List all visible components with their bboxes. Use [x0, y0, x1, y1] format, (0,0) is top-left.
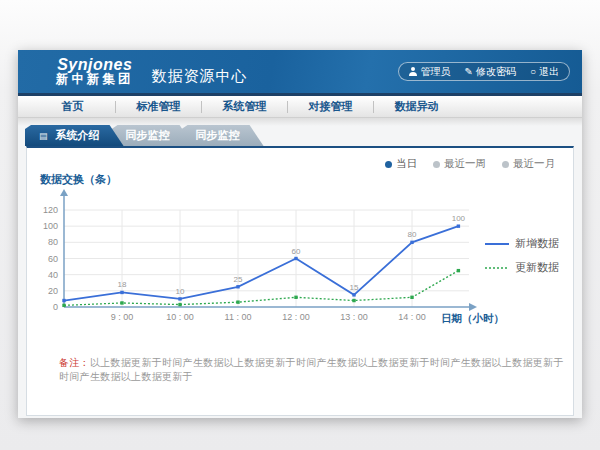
- tab-label: 同步监控: [126, 129, 170, 141]
- nav-item-system-mgmt[interactable]: 系统管理: [202, 99, 287, 114]
- svg-text:14 : 00: 14 : 00: [398, 312, 426, 322]
- radio-label: 最近一月: [513, 157, 555, 171]
- svg-text:10 : 00: 10 : 00: [166, 312, 194, 322]
- app-window: Synjones 新中新集团 数据资源中心 管理员 ✎ 修改密码 ○ 退出: [18, 50, 582, 418]
- svg-text:80: 80: [48, 237, 58, 247]
- footnote-prefix: 备注：: [59, 357, 90, 368]
- svg-text:0: 0: [53, 302, 58, 312]
- legend-line-sample: [485, 264, 509, 272]
- tab-bar: ▤ 系统介绍 同步监控 同步监控: [25, 125, 582, 146]
- svg-text:9 : 00: 9 : 00: [111, 312, 134, 322]
- radio-unselected-icon: [502, 161, 509, 168]
- chart-panel: 当日 最近一周 最近一月 数据交换（条） 0204060801001209 : …: [26, 146, 574, 416]
- svg-text:25: 25: [234, 275, 243, 284]
- nav-item-home[interactable]: 首页: [30, 99, 115, 114]
- svg-text:11 : 00: 11 : 00: [225, 312, 252, 322]
- brand-logo-text: Synjones: [56, 57, 134, 74]
- svg-text:60: 60: [48, 254, 58, 264]
- footnote-text: 以上数据更新于时间产生数据以上数据更新于时间产生数据以上数据更新于时间产生数据以…: [59, 357, 564, 382]
- tab-sync-monitor-2[interactable]: 同步监控: [182, 125, 264, 146]
- svg-text:120: 120: [43, 205, 58, 215]
- tab-label: 同步监控: [196, 129, 240, 141]
- current-user-label: 管理员: [421, 65, 451, 79]
- svg-text:18: 18: [118, 280, 127, 289]
- svg-text:40: 40: [48, 270, 58, 280]
- tab-system-intro[interactable]: ▤ 系统介绍: [25, 125, 124, 146]
- svg-text:100: 100: [43, 221, 58, 231]
- current-user-button[interactable]: 管理员: [409, 65, 451, 79]
- edit-icon: ✎: [465, 67, 473, 77]
- time-range-selector: 当日 最近一周 最近一月: [385, 157, 555, 171]
- logout-label: 退出: [539, 65, 559, 79]
- person-icon: [409, 67, 418, 76]
- tab-label: 系统介绍: [56, 129, 100, 141]
- power-icon: ○: [530, 67, 536, 77]
- svg-text:13 : 00: 13 : 00: [340, 312, 368, 322]
- user-toolbar: 管理员 ✎ 修改密码 ○ 退出: [398, 62, 570, 81]
- nav-item-interface-mgmt[interactable]: 对接管理: [288, 99, 373, 114]
- radio-last-week[interactable]: 最近一周: [433, 157, 486, 171]
- app-title: 数据资源中心: [152, 67, 248, 93]
- svg-text:80: 80: [408, 230, 417, 239]
- change-password-button[interactable]: ✎ 修改密码: [465, 65, 516, 79]
- svg-text:15: 15: [350, 283, 359, 292]
- legend-line-sample: [485, 240, 509, 248]
- svg-text:12 : 00: 12 : 00: [282, 312, 310, 322]
- content-area: ▤ 系统介绍 同步监控 同步监控 当日: [18, 118, 582, 418]
- brand-logo-subtext: 新中新集团: [56, 73, 134, 86]
- legend-label: 更新数据: [515, 260, 559, 275]
- svg-text:60: 60: [292, 247, 301, 256]
- y-axis-title: 数据交换（条）: [40, 172, 117, 187]
- footnote: 备注：以上数据更新于时间产生数据以上数据更新于时间产生数据以上数据更新于时间产生…: [59, 356, 573, 384]
- nav-item-standard-mgmt[interactable]: 标准管理: [116, 99, 201, 114]
- radio-label: 当日: [396, 157, 417, 171]
- logout-button[interactable]: ○ 退出: [530, 65, 559, 79]
- radio-selected-icon: [385, 161, 392, 168]
- legend-item-new-data: 新增数据: [485, 236, 559, 251]
- main-nav: 首页 标准管理 系统管理 对接管理 数据异动: [18, 93, 582, 118]
- radio-label: 最近一周: [444, 157, 486, 171]
- line-chart: 0204060801001209 : 0010 : 0011 : 0012 : …: [37, 186, 527, 328]
- svg-text:100: 100: [452, 214, 466, 223]
- change-password-label: 修改密码: [476, 65, 516, 79]
- app-header: Synjones 新中新集团 数据资源中心 管理员 ✎ 修改密码 ○ 退出: [18, 50, 582, 93]
- legend-label: 新增数据: [515, 236, 559, 251]
- desktop-background: Synjones 新中新集团 数据资源中心 管理员 ✎ 修改密码 ○ 退出: [0, 0, 600, 450]
- document-icon: ▤: [39, 131, 48, 141]
- radio-last-month[interactable]: 最近一月: [502, 157, 555, 171]
- tab-sync-monitor-1[interactable]: 同步监控: [112, 125, 194, 146]
- svg-text:日期（小时）: 日期（小时）: [441, 312, 504, 325]
- svg-text:20: 20: [48, 286, 58, 296]
- nav-item-data-change[interactable]: 数据异动: [374, 99, 459, 114]
- legend-item-updated-data: 更新数据: [485, 260, 559, 275]
- brand-logo: Synjones 新中新集团: [56, 57, 134, 87]
- svg-text:10: 10: [176, 287, 185, 296]
- chart-legend: 新增数据 更新数据: [485, 236, 559, 284]
- radio-today[interactable]: 当日: [385, 157, 417, 171]
- radio-unselected-icon: [433, 161, 440, 168]
